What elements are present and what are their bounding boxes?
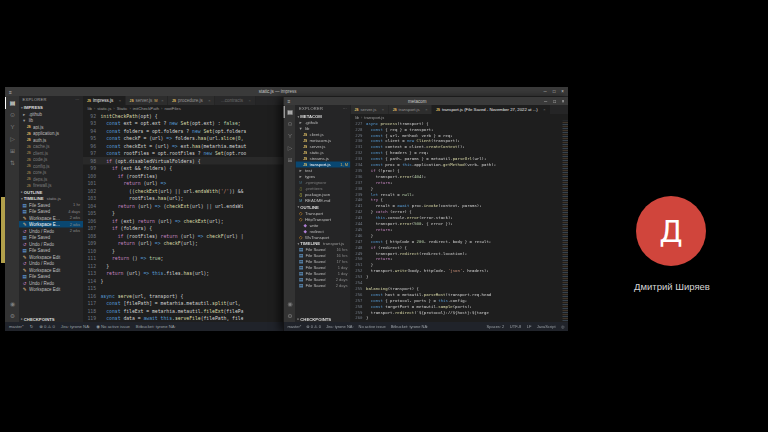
timeline-item[interactable]: ▤ File Saved 1 day: [296, 271, 351, 277]
status-item[interactable]: Bitbucket: tyrone NA:: [136, 324, 176, 329]
activity-icon[interactable]: ⊞: [5, 145, 19, 157]
file-icon: JS: [26, 171, 32, 175]
file-item[interactable]: ▾ lib: [19, 117, 83, 124]
window-title: static.js — impress: [17, 89, 539, 94]
status-item[interactable]: Spaces: 2: [487, 324, 505, 329]
code-line: 260 }: [351, 315, 569, 321]
line-number: 100: [83, 172, 101, 180]
status-item[interactable]: ◉ No active issue: [96, 324, 130, 329]
timeline-file-label: static.js: [47, 196, 61, 201]
breadcrumb-item[interactable]: Static: [111, 106, 127, 111]
status-item[interactable]: UTF-8: [510, 324, 521, 329]
outline-item[interactable]: ◆ redirect: [296, 228, 351, 234]
breadcrumb-item[interactable]: initCheckPath: [127, 106, 159, 111]
more-actions-icon[interactable]: ⋯: [75, 96, 79, 104]
more-actions-icon[interactable]: ⋯: [343, 105, 347, 113]
timeline-item-icon: ▤: [22, 209, 28, 214]
editor-tab[interactable]: ...contracts: [215, 96, 255, 105]
file-icon: JS: [26, 151, 32, 155]
activity-icon[interactable]: ⊙: [284, 118, 296, 130]
file-icon: JS: [303, 157, 309, 161]
file-icon: ▾: [22, 118, 28, 123]
file-item[interactable]: {} .prettierrc: [296, 186, 351, 192]
status-item[interactable]: master*: [288, 324, 302, 329]
timeline-item[interactable]: ▤ File Saved 2 days: [296, 277, 351, 283]
editor-tab[interactable]: JS impress.js: [83, 96, 126, 105]
timeline-item[interactable]: ▤ File Saved 16 hrs: [296, 247, 351, 253]
editor-tab[interactable]: JS transport.js: [389, 105, 432, 114]
window-titlebar: ≡ static.js — impress ─□×: [5, 87, 568, 96]
activity-icon[interactable]: ⚙: [5, 310, 19, 322]
editor-tab[interactable]: JS server.js: [351, 105, 389, 114]
status-item[interactable]: ⊗ 0 ⚠ 0: [306, 324, 321, 329]
file-icon: JS: [26, 138, 32, 142]
activity-icon[interactable]: Y: [284, 130, 296, 142]
activity-icon[interactable]: ▷: [5, 133, 19, 145]
activity-icon[interactable]: Y: [5, 121, 19, 133]
line-number: 102: [83, 187, 101, 195]
window-control-button[interactable]: ─: [543, 89, 546, 94]
status-item[interactable]: No active issue: [359, 324, 386, 329]
file-item[interactable]: ▸ .github: [19, 111, 83, 118]
timeline-item-icon: ✎: [22, 222, 28, 227]
window-control-button[interactable]: ─: [544, 99, 547, 104]
activity-icon[interactable]: ▤: [5, 97, 19, 109]
line-number: 111: [83, 255, 101, 263]
timeline-item[interactable]: ▤ File Saved 16 hrs: [296, 253, 351, 259]
status-bar: master*⊗ 0 ⚠ 0Jira: tyrone NA:No active …: [284, 322, 569, 331]
status-item[interactable]: ◎: [561, 324, 564, 329]
menu-icon[interactable]: ≡: [288, 98, 291, 104]
file-icon: M: [298, 181, 304, 185]
breadcrumb-item[interactable]: static.js: [92, 106, 112, 111]
minimap[interactable]: [563, 121, 569, 323]
activity-icon[interactable]: ▤: [284, 106, 296, 118]
file-icon: JS: [26, 158, 32, 162]
activity-icon[interactable]: ⚙: [284, 310, 296, 322]
line-number: 116: [83, 292, 101, 300]
status-item[interactable]: Jira: tyrone NA:: [61, 324, 90, 329]
line-number: 260: [351, 315, 367, 321]
outline-item[interactable]: ◆ write: [296, 222, 351, 228]
breadcrumb-item[interactable]: rootFiles: [159, 106, 181, 111]
video-call-frame: ≡ static.js — impress ─□× ▤⊙Y▷⊞⇅◉⚙ EXPLO…: [0, 0, 768, 432]
activity-icon[interactable]: ⊙: [5, 109, 19, 121]
activity-icon[interactable]: ▷: [284, 142, 296, 154]
line-number: 92: [83, 112, 101, 120]
editor-tab[interactable]: JS transport.js (File Saved - November 2…: [432, 105, 550, 114]
activity-icon[interactable]: ⊞: [284, 154, 296, 166]
editor-tab[interactable]: JS procedure.js: [168, 96, 215, 105]
timeline-item[interactable]: ▤ File Saved 2 days: [296, 283, 351, 289]
window-control-button[interactable]: ×: [562, 99, 565, 104]
editor-tab[interactable]: JS server.js M: [126, 96, 168, 105]
window-controls: ─□×: [543, 89, 564, 94]
timeline-item[interactable]: ▤ File Saved 17 hrs: [296, 259, 351, 265]
status-item[interactable]: JavaScript: [537, 324, 556, 329]
file-icon: ▸: [298, 174, 304, 179]
timeline-item-icon: ▤: [299, 277, 305, 282]
timeline-item[interactable]: ▤ File Saved 1 day: [296, 265, 351, 271]
file-item[interactable]: JS firewall.js: [19, 182, 83, 189]
code-editor[interactable]: 227 async process(transport) { 228 const…: [351, 121, 569, 323]
menu-icon[interactable]: ≡: [9, 89, 12, 95]
status-item[interactable]: ⊗ 0 ⚠ 0: [39, 324, 55, 329]
status-item[interactable]: Jira: tyrone NA:: [326, 324, 354, 329]
line-number: 115: [83, 285, 101, 293]
file-icon: JS: [303, 151, 309, 155]
window-control-button[interactable]: □: [553, 89, 556, 94]
breadcrumb-item[interactable]: transport.js: [359, 115, 384, 120]
window-control-button[interactable]: □: [553, 99, 556, 104]
file-icon: ▸: [298, 120, 304, 125]
status-item[interactable]: LF: [527, 324, 532, 329]
timeline-item[interactable]: ✎ Workspace Edit: [19, 286, 83, 293]
status-item[interactable]: Bitbucket: tyrone NA:: [391, 324, 429, 329]
status-item[interactable]: master*: [9, 324, 24, 329]
activity-icon[interactable]: ◉: [284, 298, 296, 310]
window-control-button[interactable]: ×: [561, 89, 564, 94]
timeline-file-label: transport.js: [323, 241, 344, 246]
symbol-icon: ◆: [303, 223, 309, 228]
activity-icon[interactable]: ⇅: [5, 157, 19, 169]
status-item[interactable]: ↻: [30, 324, 34, 329]
activity-icon[interactable]: ◉: [5, 298, 19, 310]
line-number: 108: [83, 232, 101, 240]
timeline-item-icon: ▤: [299, 253, 305, 258]
